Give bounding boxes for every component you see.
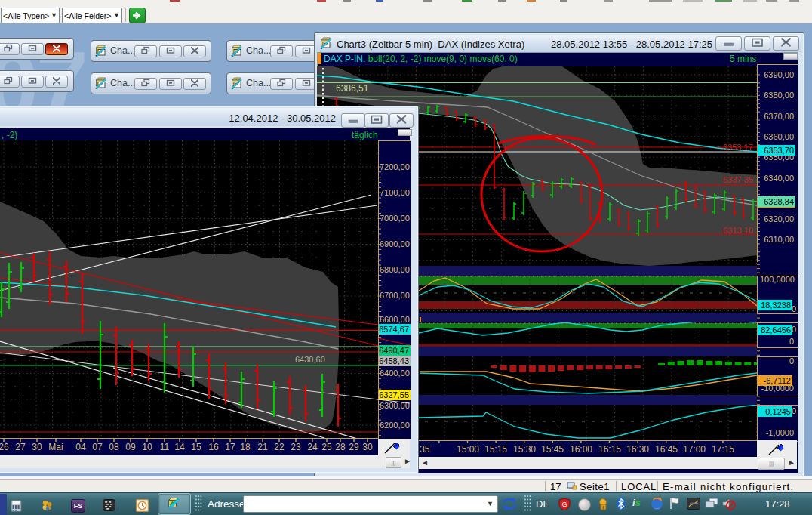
svg-text:6430,60: 6430,60 [295, 355, 325, 364]
svg-text:⚷: ⚷ [601, 505, 604, 510]
svg-text:6386,51: 6386,51 [336, 83, 369, 94]
svg-text:G: G [561, 501, 567, 508]
